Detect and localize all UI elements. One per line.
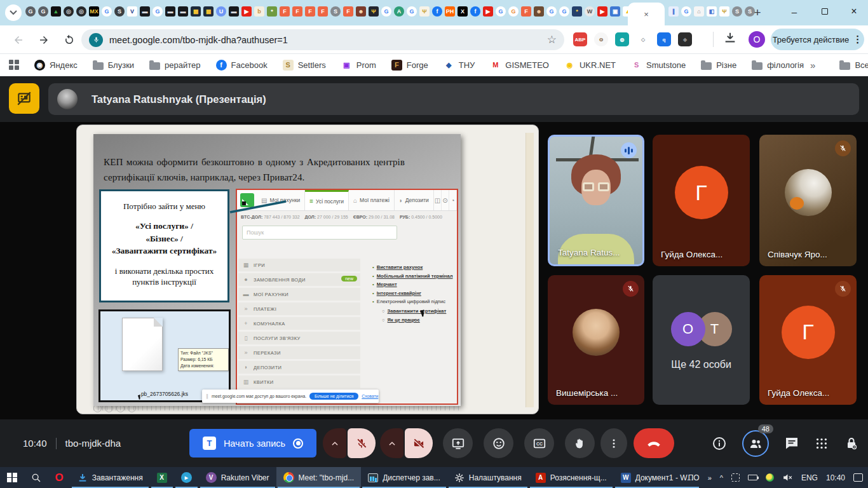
present-screen-button[interactable] — [443, 428, 473, 458]
tab-favicon[interactable]: V — [127, 6, 137, 17]
language-toolbar-label[interactable]: ПО — [688, 473, 700, 482]
tab-favicon[interactable]: ☻ — [356, 6, 366, 17]
tab-favicon[interactable]: ▦ — [191, 6, 201, 17]
tab-favicon[interactable]: X — [458, 6, 468, 17]
tab-favicon[interactable]: f — [470, 6, 480, 17]
bookmark-item[interactable]: SSmutstone — [631, 60, 686, 71]
bookmarks-overflow-button[interactable]: » — [804, 60, 822, 71]
tab-favicon[interactable]: * — [572, 6, 582, 17]
antivirus-tray-icon[interactable] — [766, 473, 774, 482]
window-close-button[interactable]: × — [840, 0, 868, 23]
bookmark-item[interactable]: fFacebook — [216, 60, 268, 71]
privat24-tab[interactable]: ≡Усі послуги — [305, 190, 349, 210]
start-recording-button[interactable]: T Начать запись — [189, 429, 316, 458]
tab-favicon[interactable]: ⌂ — [694, 6, 704, 17]
chat-button[interactable] — [784, 436, 799, 451]
tab-close-icon[interactable]: × — [641, 9, 651, 20]
tab-favicon[interactable]: G — [153, 6, 163, 17]
mic-toggle-button[interactable] — [348, 428, 376, 458]
tab-favicon[interactable]: ◧ — [707, 6, 717, 17]
camera-options-button[interactable] — [380, 428, 403, 458]
tab-favicon[interactable]: ▬ — [178, 6, 188, 17]
snip-tray-icon[interactable] — [731, 473, 740, 482]
privat24-icon-tab[interactable]: ◔ — [449, 190, 457, 210]
forward-button[interactable] — [34, 30, 53, 50]
volume-muted-icon[interactable] — [782, 473, 793, 482]
privat24-menu-item[interactable]: ▬МОЇ РАХУНКИ — [238, 288, 360, 301]
bookmark-item[interactable]: FForge — [391, 60, 428, 71]
tab-favicon[interactable]: ▬ — [229, 6, 239, 17]
bookmark-item[interactable]: SSettlers — [283, 60, 326, 71]
tab-favicon[interactable]: F — [318, 6, 328, 17]
taskbar-app-taskmgr[interactable]: Диспетчер зав... — [361, 467, 447, 488]
privat24-tab[interactable]: ⌂Мої платежі — [349, 190, 395, 210]
window-minimize-button[interactable]: – — [780, 0, 808, 23]
tab-search-button[interactable] — [5, 4, 22, 21]
tab-favicon[interactable]: G — [681, 6, 691, 17]
bookmark-item[interactable]: ◆ТНУ — [444, 60, 475, 71]
tab-favicon[interactable]: PH — [445, 6, 455, 17]
taskbar-app-start[interactable] — [0, 467, 24, 488]
privat24-menu-item[interactable]: ▯ПОСЛУГИ ЗВ'ЯЗКУ — [238, 332, 360, 344]
captions-button[interactable]: CC — [524, 428, 554, 458]
privat24-icon-tab[interactable]: ⊙ — [442, 190, 449, 210]
extension-icon[interactable]: ʘ — [594, 32, 608, 46]
tab-favicon[interactable]: G — [496, 6, 506, 17]
tab-favicon[interactable]: f — [432, 6, 442, 17]
profile-avatar[interactable]: O — [749, 31, 765, 48]
taskbar-app-download[interactable]: Завантаження — [71, 467, 150, 488]
bookmark-item[interactable]: MGISMETEO — [490, 60, 549, 71]
taskbar-app-opera[interactable]: O — [48, 467, 71, 488]
tab-favicon[interactable]: b — [254, 6, 264, 17]
tray-chevron-icon[interactable]: ^ — [720, 474, 723, 482]
tab-favicon[interactable]: ▬ — [165, 6, 175, 17]
privat24-link[interactable]: •Мерчант — [372, 280, 456, 289]
privat24-menu-item[interactable]: ▦ІГРИ — [238, 259, 360, 271]
privat24-menu-item[interactable]: ▥КВИТКИ — [238, 376, 360, 388]
extension-icon[interactable]: ◇ — [636, 32, 650, 46]
participant-tile[interactable]: Г Гуйда Олекса... — [653, 135, 750, 266]
privat24-menu-item[interactable]: »ПЛАТЕЖІ — [238, 302, 360, 315]
tab-favicon[interactable]: G — [25, 6, 36, 17]
tab-favicon[interactable]: F — [343, 6, 353, 17]
tab-favicon[interactable]: * — [267, 6, 277, 17]
tab-favicon[interactable]: G — [559, 6, 569, 17]
taskbar-app-pdf[interactable]: AРозяснення-щ... — [529, 467, 614, 488]
hide-share-bar-link[interactable]: Сховати — [362, 394, 378, 398]
taskbar-app-telegram[interactable]: ▸ — [174, 467, 199, 488]
participants-button[interactable]: 48 — [742, 430, 769, 457]
privat24-search-input[interactable] — [242, 226, 397, 240]
taskbar-app-search[interactable] — [24, 467, 48, 488]
tab-favicon[interactable]: Ψ — [719, 6, 729, 17]
privat24-menu-item[interactable]: ◗ДЕПОЗИТИ — [238, 361, 360, 374]
reactions-button[interactable] — [484, 428, 513, 458]
notification-center-icon[interactable] — [853, 473, 863, 482]
more-options-button[interactable] — [600, 428, 627, 458]
new-tab-button[interactable]: + — [750, 5, 765, 20]
bookmark-star-icon[interactable]: ☆ — [547, 33, 557, 46]
toolbar-expand-icon[interactable]: » — [708, 474, 712, 482]
tab-favicon[interactable]: G — [407, 6, 417, 17]
tab-favicon[interactable]: ▲ — [51, 6, 61, 17]
taskbar-app-chrome[interactable]: Meet: "tbo-mjd... — [276, 467, 362, 488]
overflow-participants-tile[interactable]: O T Ще 42 особи — [653, 275, 750, 405]
privat24-link[interactable]: •Електронний цифровий підпис — [372, 297, 456, 306]
tab-favicon[interactable]: ▦ — [203, 6, 214, 17]
tab-favicon[interactable]: A — [394, 6, 404, 17]
taskbar-clock[interactable]: 10:40 — [826, 473, 845, 482]
back-button[interactable] — [9, 30, 28, 50]
bookmark-item[interactable]: філологія — [752, 60, 804, 70]
stop-sharing-button[interactable]: Більше не ділитися — [309, 393, 358, 400]
tab-favicon[interactable]: F — [292, 6, 302, 17]
tab-favicon[interactable]: ▶ — [241, 6, 252, 17]
extension-icon[interactable]: q — [657, 32, 671, 46]
tab-favicon[interactable]: F — [280, 6, 290, 17]
bookmark-item[interactable]: ◉UKR.NET — [564, 60, 616, 71]
privat24-link[interactable]: •Виставити рахунок — [372, 263, 456, 272]
presentation-warning-icon[interactable] — [9, 83, 39, 114]
privat24-menu-item[interactable]: »ПЕРЕКАЗИ — [238, 346, 360, 359]
url-text[interactable]: meet.google.com/tbo-mjdk-dha?authuser=1 — [109, 35, 542, 45]
taskbar-app-viber[interactable]: VRakuten Viber — [199, 467, 276, 488]
raise-hand-button[interactable] — [565, 428, 595, 458]
active-tab[interactable]: × — [628, 3, 665, 25]
